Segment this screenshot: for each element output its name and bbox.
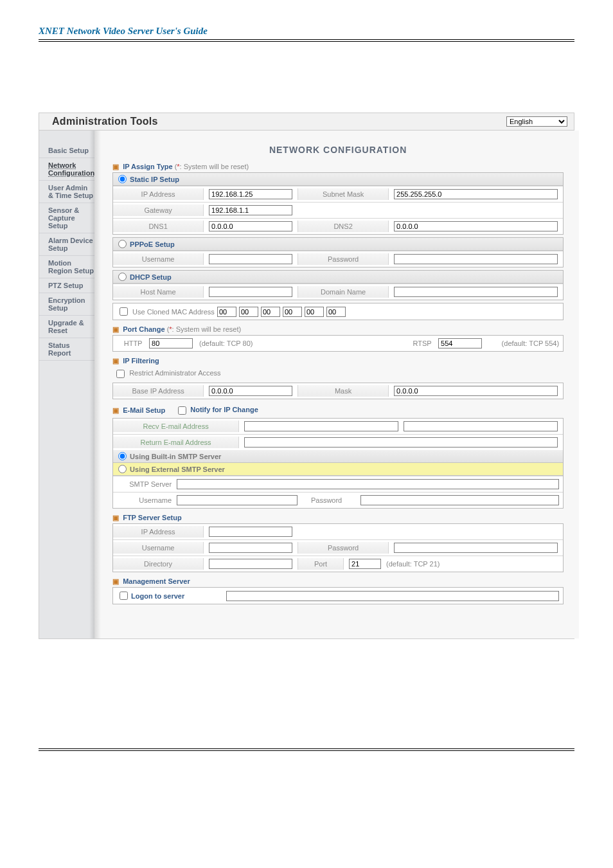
pppoe-username-label: Username: [113, 253, 204, 265]
builtin-smtp-radio[interactable]: [118, 452, 127, 460]
hostname-input[interactable]: [209, 287, 292, 297]
sidebar-item-network-configuration[interactable]: Network Configuration: [39, 158, 94, 181]
notify-ip-change-row[interactable]: Notify for IP Change: [175, 404, 258, 417]
mac-octet-3[interactable]: [261, 307, 280, 317]
dhcp-box: DHCP Setup Host Name Domain Name: [112, 270, 564, 300]
sidebar-item-sensor-capture[interactable]: Sensor & Capture Setup: [39, 203, 94, 233]
port-row: HTTP (default: TCP 80) RTSP (default: TC…: [112, 335, 564, 352]
ip-filtering-box: Base IP Address Mask: [112, 383, 564, 399]
rtsp-port-input[interactable]: [438, 338, 482, 348]
mask-input[interactable]: [394, 386, 558, 396]
admin-frame: Administration Tools English Basic Setup…: [39, 113, 574, 639]
recv-email-input-2[interactable]: [404, 421, 558, 431]
base-ip-label: Base IP Address: [113, 385, 204, 397]
static-ip-radio[interactable]: [118, 175, 127, 183]
ftp-port-hint: (default: TCP 21): [386, 560, 440, 568]
ftp-directory-label: Directory: [113, 558, 204, 570]
pppoe-password-label: Password: [298, 253, 389, 265]
page-title: NETWORK CONFIGURATION: [112, 145, 564, 155]
admin-header: Administration Tools English: [39, 113, 574, 131]
dhcp-radio-row[interactable]: DHCP Setup: [113, 271, 563, 284]
bullet-icon: ▣: [112, 163, 119, 170]
use-cloned-mac-label: Use Cloned MAC Address: [132, 308, 215, 316]
ftp-directory-input[interactable]: [209, 559, 292, 569]
subnet-mask-input[interactable]: [394, 189, 558, 199]
ftp-ip-input[interactable]: [209, 527, 292, 537]
bullet-icon: ▣: [112, 357, 119, 365]
dns2-label: DNS2: [298, 221, 389, 232]
mac-row: Use Cloned MAC Address: [112, 303, 564, 320]
restrict-admin-checkbox[interactable]: [116, 370, 125, 378]
pppoe-radio-row[interactable]: PPPoE Setup: [113, 238, 563, 251]
gateway-label: Gateway: [113, 204, 204, 216]
mac-octet-6[interactable]: [326, 307, 346, 317]
ip-address-input[interactable]: [209, 189, 292, 199]
ftp-port-input[interactable]: [349, 559, 381, 569]
external-smtp-radio[interactable]: [118, 465, 127, 473]
sidebar-item-alarm-device[interactable]: Alarm Device Setup: [39, 233, 94, 256]
dns1-input[interactable]: [209, 221, 292, 231]
use-cloned-mac-checkbox[interactable]: [120, 307, 128, 316]
pppoe-box: PPPoE Setup Username Password: [112, 237, 564, 267]
static-ip-radio-row[interactable]: Static IP Setup: [113, 173, 563, 186]
http-port-input[interactable]: [149, 338, 193, 348]
ftp-password-input[interactable]: [394, 543, 558, 553]
mac-octet-1[interactable]: [217, 307, 236, 317]
dns1-label: DNS1: [113, 221, 204, 232]
ftp-port-label: Port: [298, 558, 344, 570]
sidebar-item-user-admin-time[interactable]: User Admin & Time Setup: [39, 181, 94, 203]
hostname-label: Host Name: [113, 286, 204, 298]
ftp-username-label: Username: [113, 542, 204, 554]
return-email-input[interactable]: [244, 437, 558, 448]
domainname-input[interactable]: [394, 287, 558, 297]
smtp-password-input[interactable]: [360, 495, 559, 505]
gateway-input[interactable]: [209, 205, 292, 215]
return-email-label: Return E-mail Address: [113, 437, 239, 448]
logon-server-row[interactable]: Logon to server: [117, 590, 226, 602]
static-ip-box: Static IP Setup IP Address Subnet Mask G…: [112, 172, 564, 235]
ip-address-label: IP Address: [113, 188, 204, 200]
smtp-username-input[interactable]: [177, 495, 298, 505]
base-ip-input[interactable]: [209, 386, 292, 396]
footer-rule: [39, 748, 574, 751]
logon-server-checkbox[interactable]: [120, 592, 128, 600]
recv-email-label: Recv E-mail Address: [113, 420, 239, 432]
smtp-username-label: Username: [117, 496, 177, 504]
port-change-header: ▣ Port Change (*: System will be reset): [112, 325, 564, 334]
sidebar-item-status-report[interactable]: Status Report: [39, 338, 94, 361]
email-box: Recv E-mail Address Return E-mail Addres…: [112, 418, 564, 509]
pppoe-username-input[interactable]: [209, 254, 292, 264]
recv-email-input-1[interactable]: [244, 421, 398, 431]
language-select[interactable]: English: [506, 116, 567, 127]
mac-octet-5[interactable]: [305, 307, 324, 317]
pppoe-password-input[interactable]: [394, 254, 558, 264]
external-smtp-radio-row[interactable]: Using External SMTP Server: [113, 463, 563, 476]
sidebar-item-basic-setup[interactable]: Basic Setup: [39, 143, 94, 158]
notify-ip-change-checkbox[interactable]: [178, 406, 186, 415]
dns2-input[interactable]: [394, 221, 558, 231]
ip-filtering-header: ▣ IP Filtering: [112, 357, 564, 365]
mac-octet-4[interactable]: [283, 307, 302, 317]
email-setup-header: ▣ E-Mail Setup: [112, 406, 165, 415]
restrict-admin-row: Restrict Administrator Access: [112, 366, 564, 383]
bullet-icon: ▣: [112, 577, 119, 585]
mac-octet-2[interactable]: [239, 307, 258, 317]
dhcp-radio[interactable]: [118, 273, 127, 281]
smtp-server-input[interactable]: [177, 479, 559, 489]
rtsp-hint: (default: TCP 554): [488, 339, 559, 347]
sidebar-item-ptz-setup[interactable]: PTZ Setup: [39, 278, 94, 293]
mgmt-row: Logon to server: [112, 587, 564, 604]
mask-label: Mask: [298, 385, 389, 397]
builtin-smtp-radio-row[interactable]: Using Built-in SMTP Server: [113, 450, 563, 463]
bullet-icon: ▣: [112, 514, 119, 521]
mgmt-server-input[interactable]: [226, 591, 559, 601]
smtp-password-label: Password: [298, 496, 360, 504]
sidebar-item-upgrade-reset[interactable]: Upgrade & Reset: [39, 316, 94, 338]
bullet-icon: ▣: [112, 406, 119, 414]
sidebar-item-motion-region[interactable]: Motion Region Setup: [39, 256, 94, 278]
pppoe-radio[interactable]: [118, 240, 127, 248]
sidebar-item-encryption-setup[interactable]: Encryption Setup: [39, 293, 94, 316]
ftp-username-input[interactable]: [209, 543, 292, 553]
mgmt-server-header: ▣ Management Server: [112, 577, 564, 586]
restrict-admin-label: Restrict Administrator Access: [129, 369, 220, 377]
